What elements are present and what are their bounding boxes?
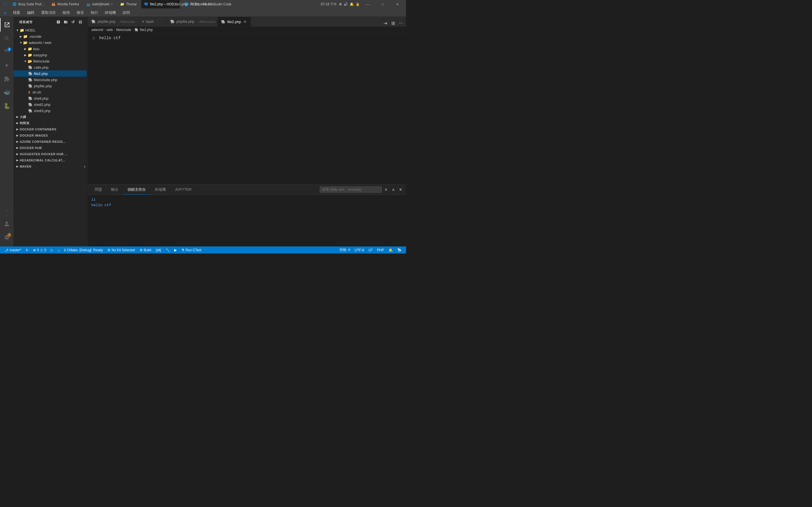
thunar-tab[interactable]: 📁 Thunar bbox=[117, 0, 140, 8]
hex-calc-section[interactable]: ▶ HEXADECIMAL CALCULAT... bbox=[13, 157, 87, 163]
notifications-button[interactable]: 🔔 bbox=[386, 246, 395, 253]
kit-status-item[interactable]: ⚙ No Kit Selected bbox=[105, 246, 137, 253]
language-status-item[interactable]: PHP bbox=[375, 246, 386, 253]
new-file-button[interactable] bbox=[56, 19, 61, 25]
tree-item-catls[interactable]: 🐘 catls.php bbox=[13, 64, 87, 70]
azure-container-section[interactable]: ▶ AZURE CONTAINER REGIS... bbox=[13, 138, 87, 145]
collapse-panel-button[interactable]: ∧ bbox=[390, 186, 396, 193]
settings-activity-icon[interactable]: 1 bbox=[0, 231, 13, 244]
menu-selection[interactable]: 選取項目 bbox=[38, 9, 59, 16]
terminal-filter-input[interactable] bbox=[320, 186, 382, 193]
tab-phpfile1[interactable]: 🐘 phpfile.php .../fileinclude bbox=[88, 17, 139, 26]
close-tab-button[interactable]: ✕ bbox=[243, 19, 247, 24]
filter-mode-button[interactable]: ≡ bbox=[383, 186, 389, 193]
vscode-tab-icon: 💙 bbox=[144, 2, 148, 6]
minimize-button[interactable]: — bbox=[361, 0, 374, 8]
tree-item-buu[interactable]: ▶ 📁 buu bbox=[13, 46, 87, 52]
error-icon: ⊗ bbox=[33, 248, 36, 252]
tree-item-shell3[interactable]: 🐘 shell3.php bbox=[13, 108, 87, 114]
outline-section[interactable]: ▶ 大綱 bbox=[13, 114, 87, 120]
menu-run[interactable]: 執行 bbox=[88, 9, 101, 16]
menu-view[interactable]: 檢視 bbox=[60, 9, 73, 16]
breadcrumb-fileinclude[interactable]: fileinclude bbox=[116, 28, 131, 32]
terminal-tab-terminal[interactable]: 終端機 bbox=[150, 185, 170, 194]
docker-activity-icon[interactable]: 🐳 bbox=[0, 86, 13, 99]
menu-goto[interactable]: 移至 bbox=[74, 9, 87, 16]
menu-file[interactable]: 檔案 bbox=[10, 9, 23, 16]
close-button[interactable]: ✕ bbox=[391, 0, 404, 8]
spaces-status-item[interactable]: 空格: 4 bbox=[337, 246, 352, 253]
tab-phpfile2[interactable]: 🐘 phpfile.php .../fileinclude2 bbox=[167, 17, 218, 26]
eol-status-item[interactable]: LF bbox=[366, 246, 375, 253]
ctest-status-item[interactable]: ⚗ Run CTest bbox=[179, 246, 204, 253]
terminal-tab-debug[interactable]: 偵錯主控台 bbox=[123, 185, 150, 194]
branch-status-item[interactable]: ⎇ master* bbox=[2, 246, 23, 253]
tree-item-vscode[interactable]: ▶ 📁 .vscode bbox=[13, 33, 87, 40]
docker-containers-section[interactable]: ▶ DOCKER CONTAINERS bbox=[13, 126, 87, 132]
remote-activity-icon[interactable]: ··· bbox=[0, 204, 13, 217]
encoding-status-item[interactable]: UTF-8 bbox=[352, 246, 366, 253]
maximize-button[interactable]: □ bbox=[376, 0, 389, 8]
breadcrumb-adworld[interactable]: adworld bbox=[91, 28, 103, 32]
home-icon: ⌂ bbox=[58, 248, 60, 252]
broadcast-button[interactable]: 📡 bbox=[395, 246, 404, 253]
collapse-all-button[interactable]: ⊟ bbox=[78, 19, 83, 25]
vscode-tab[interactable]: 💙 file2.php – HOD... bbox=[141, 0, 180, 8]
terminal-tab-problems[interactable]: 問題 bbox=[90, 185, 107, 194]
account-activity-icon[interactable] bbox=[0, 217, 13, 231]
timeline-section[interactable]: ▶ 時間表 bbox=[13, 120, 87, 126]
layout-button[interactable]: ⊞ bbox=[390, 20, 396, 26]
tree-item-fileincludephp[interactable]: 🐘 fileinclude.php bbox=[13, 76, 87, 83]
code-editor[interactable]: 1 hello ctf bbox=[88, 33, 406, 184]
firefox-tab[interactable]: 🦊 Mozilla Firefox bbox=[49, 0, 82, 8]
maven-section[interactable]: ▶ MAVEN › bbox=[13, 163, 87, 170]
run-status-item[interactable]: ▷ bbox=[49, 246, 56, 253]
new-folder-button[interactable] bbox=[63, 19, 68, 25]
terminal-tab-output[interactable]: 輸出 bbox=[107, 185, 123, 194]
run-debug-activity-icon[interactable] bbox=[0, 59, 13, 72]
menu-help[interactable]: 說明 bbox=[120, 9, 133, 16]
terminal-body[interactable]: ii hello ctf bbox=[88, 194, 406, 246]
tree-item-shell2[interactable]: 🐘 shell2.php bbox=[13, 101, 87, 108]
play-status-item[interactable]: ▶ bbox=[172, 246, 179, 253]
tree-item-easyphp[interactable]: ▶ 📁 easyphp bbox=[13, 52, 87, 58]
tab-bash[interactable]: ≡ bash bbox=[139, 17, 167, 26]
menu-terminal[interactable]: 終端機 bbox=[102, 9, 119, 16]
burp-tab[interactable]: 🌐 Burp Suite Prof... bbox=[10, 0, 47, 8]
build-status-item[interactable]: ⚙ Build bbox=[137, 246, 154, 253]
all-status-item[interactable]: [all] bbox=[153, 246, 163, 253]
breadcrumb-file[interactable]: 🐘 file2.php bbox=[135, 28, 153, 32]
extensions-activity-icon[interactable] bbox=[0, 72, 13, 86]
tree-item-file2[interactable]: 🐘 file2.php bbox=[13, 70, 87, 76]
terminal-tab-bar: 問題 輸出 偵錯主控台 終端機 JUPYTER ≡ ∧ ✕ bbox=[88, 185, 406, 194]
tree-item-adworld[interactable]: ▼ 📂 adworld / web bbox=[13, 40, 87, 46]
tree-item-phpfile[interactable]: 🐘 phpfile.php bbox=[13, 83, 87, 89]
tree-item-fileinclude[interactable]: ▼ 📂 fileinclude bbox=[13, 58, 87, 64]
tab-file2[interactable]: 🐘 file2.php ✕ bbox=[218, 17, 251, 26]
tree-item-shsh[interactable]: $ sh.sh bbox=[13, 89, 87, 95]
terminal-tab[interactable]: 📺 kwkl@kwkl: ~ bbox=[84, 0, 116, 8]
cmake-icon: ℹ bbox=[64, 248, 66, 252]
tree-root-hodl[interactable]: ▼ 📁 HODL bbox=[13, 27, 87, 33]
refresh-explorer-button[interactable]: ↺ bbox=[70, 19, 76, 25]
cmake-status-item[interactable]: ℹ CMake: [Debug]: Ready bbox=[62, 246, 105, 253]
errors-status-item[interactable]: ⊗ 0 ⚠ 0 bbox=[31, 246, 48, 253]
docker-images-section[interactable]: ▶ DOCKER IMAGES bbox=[13, 132, 87, 138]
python-activity-icon[interactable]: 🐍 bbox=[0, 99, 13, 113]
tree-item-shell[interactable]: 🐘 shell.php bbox=[13, 95, 87, 101]
docker-hub-section[interactable]: ▶ DOCKER HUB bbox=[13, 145, 87, 151]
home-status-item[interactable]: ⌂ bbox=[56, 246, 62, 253]
source-control-activity-icon[interactable]: 2 bbox=[0, 45, 13, 59]
close-panel-button[interactable]: ✕ bbox=[398, 186, 404, 193]
explorer-activity-icon[interactable] bbox=[0, 18, 13, 32]
debug-status-item[interactable]: 🔧 bbox=[163, 246, 172, 253]
split-editor-button[interactable]: ⇥ bbox=[382, 20, 389, 26]
sync-status-item[interactable]: ↻ bbox=[23, 246, 31, 253]
chevron-right-icon: ▶ bbox=[24, 54, 27, 57]
more-actions-button[interactable]: ··· bbox=[398, 20, 404, 26]
suggested-docker-section[interactable]: ▶ SUGGESTED DOCKER HUB ... bbox=[13, 151, 87, 157]
search-activity-icon[interactable] bbox=[0, 32, 13, 45]
menu-edit[interactable]: 編輯 bbox=[24, 9, 37, 16]
terminal-tab-jupyter[interactable]: JUPYTER bbox=[170, 185, 196, 194]
breadcrumb-web[interactable]: web bbox=[107, 28, 113, 32]
